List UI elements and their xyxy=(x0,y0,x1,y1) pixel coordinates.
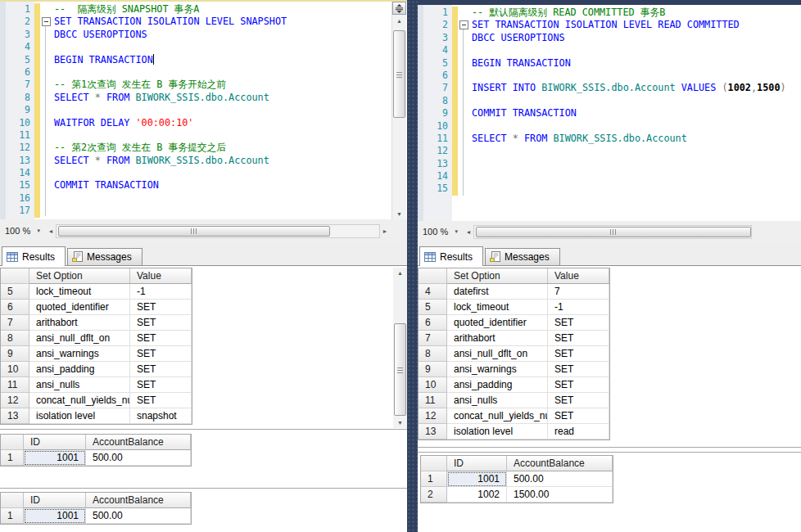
horizontal-scrollbar[interactable] xyxy=(473,225,752,239)
scroll-left-icon[interactable]: ◄ xyxy=(46,228,56,234)
column-header[interactable]: Set Option xyxy=(29,268,130,284)
fold-collapse-icon[interactable] xyxy=(459,20,468,29)
row-header[interactable]: 10 xyxy=(419,377,447,393)
scrollbar-track[interactable] xyxy=(393,278,407,417)
scrollbar-thumb[interactable] xyxy=(476,227,751,237)
row-header[interactable]: 5 xyxy=(1,284,29,300)
grid-cell[interactable]: 1001 xyxy=(24,508,86,524)
grid-cell[interactable]: ansi_nulls xyxy=(447,393,548,408)
row-header[interactable]: 12 xyxy=(419,408,447,424)
tab-results[interactable]: Results xyxy=(419,246,483,266)
tab-messages[interactable]: Messages xyxy=(67,248,143,265)
column-header[interactable]: Value xyxy=(548,268,609,284)
result-splitter[interactable] xyxy=(418,447,801,448)
column-header[interactable]: AccountBalance xyxy=(86,493,191,508)
row-header[interactable]: 12 xyxy=(1,393,29,408)
row-header[interactable]: 7 xyxy=(419,331,447,346)
row-header[interactable]: 1 xyxy=(421,471,447,487)
scroll-left-icon[interactable]: ◄ xyxy=(464,229,473,235)
sql-editor-b[interactable]: 123456789101112131415 -- 默认隔离级别 READ COM… xyxy=(418,5,801,221)
scroll-down-icon[interactable]: ▼ xyxy=(392,209,406,219)
grid-cell[interactable]: SET xyxy=(130,331,192,346)
row-header[interactable]: 1 xyxy=(1,508,24,524)
grid-cell[interactable]: arithabort xyxy=(29,315,130,331)
sql-editor-a[interactable]: 1234567891011121314151617 -- 隔离级别 SNAPSH… xyxy=(0,2,407,219)
grid-cell[interactable]: 1001 xyxy=(447,471,507,487)
grid-cell[interactable]: SET xyxy=(548,362,609,377)
grid-cell[interactable]: 1002 xyxy=(447,487,507,503)
grid-cell[interactable]: snapshot xyxy=(130,408,192,424)
horizontal-scrollbar[interactable] xyxy=(56,224,380,238)
grid-cell[interactable]: ansi_null_dflt_on xyxy=(29,331,130,346)
splitter-handle-icon[interactable] xyxy=(392,2,406,15)
column-header[interactable]: ID xyxy=(447,456,507,471)
grid-cell[interactable]: SET xyxy=(130,377,192,393)
code-area[interactable]: -- 默认隔离级别 READ COMMITTED 事务BSET TRANSACT… xyxy=(472,7,785,196)
row-header[interactable]: 13 xyxy=(419,424,447,440)
grid-cell[interactable]: lock_timeout xyxy=(29,284,130,300)
column-header[interactable]: AccountBalance xyxy=(507,456,613,471)
grid-cell[interactable]: 1001 xyxy=(24,450,86,466)
grid-cell[interactable]: 500.00 xyxy=(86,450,191,466)
grid-cell[interactable]: SET xyxy=(548,393,609,408)
grid-cell[interactable]: SET xyxy=(548,377,609,393)
row-header[interactable]: 7 xyxy=(1,315,29,331)
scroll-down-icon[interactable]: ▼ xyxy=(393,417,407,428)
scroll-up-icon[interactable]: ▲ xyxy=(393,268,407,278)
grid-cell[interactable]: SET xyxy=(548,315,609,331)
grid-cell[interactable]: SET xyxy=(548,408,609,424)
row-header[interactable]: 8 xyxy=(1,331,29,346)
row-header[interactable]: 9 xyxy=(419,362,447,377)
column-header[interactable]: ID xyxy=(24,493,86,508)
column-header[interactable]: Value xyxy=(130,268,192,284)
grid-cell[interactable]: SET xyxy=(130,315,192,331)
grid-cell[interactable]: 7 xyxy=(548,284,609,300)
grid-cell[interactable]: SET xyxy=(130,362,192,377)
grid-cell[interactable]: SET xyxy=(130,393,192,408)
row-header[interactable]: 1 xyxy=(1,450,24,466)
grid-cell[interactable]: concat_null_yields_null xyxy=(447,408,548,424)
grid-cell[interactable]: 500.00 xyxy=(86,508,191,524)
result-splitter[interactable] xyxy=(0,488,407,489)
corner-cell[interactable] xyxy=(419,268,447,284)
corner-cell[interactable] xyxy=(1,435,24,450)
grid-cell[interactable]: ansi_padding xyxy=(29,362,130,377)
window-divider[interactable] xyxy=(407,0,418,532)
grid-cell[interactable]: arithabort xyxy=(447,331,548,346)
editor-vertical-scrollbar[interactable]: ▲ ▼ xyxy=(391,2,406,219)
scrollbar-track[interactable] xyxy=(392,26,406,209)
tab-messages[interactable]: Messages xyxy=(485,248,560,265)
grid-cell[interactable]: -1 xyxy=(130,284,192,300)
row-header[interactable]: 4 xyxy=(419,284,447,300)
row-header[interactable]: 9 xyxy=(1,346,29,362)
scrollbar-thumb[interactable] xyxy=(394,323,406,416)
grid-cell[interactable]: quoted_identifier xyxy=(29,300,130,315)
row-header[interactable]: 10 xyxy=(1,362,29,377)
zoom-select[interactable]: 100 % ▼ xyxy=(418,227,464,237)
grid-cell[interactable]: 1500.00 xyxy=(507,487,613,503)
grid-cell[interactable]: SET xyxy=(130,346,192,362)
corner-cell[interactable] xyxy=(1,493,24,508)
scroll-up-icon[interactable]: ▲ xyxy=(392,16,406,26)
grid-cell[interactable]: read committed xyxy=(548,424,609,440)
row-header[interactable]: 6 xyxy=(1,300,29,315)
row-header[interactable]: 6 xyxy=(419,315,447,331)
scroll-right-icon[interactable]: ► xyxy=(380,228,390,234)
row-header[interactable]: 11 xyxy=(1,377,29,393)
row-header[interactable]: 11 xyxy=(419,393,447,408)
scrollbar-thumb[interactable] xyxy=(58,226,330,237)
grid-cell[interactable]: lock_timeout xyxy=(447,300,548,315)
row-header[interactable]: 5 xyxy=(419,300,447,315)
grid-cell[interactable]: SET xyxy=(548,346,609,362)
grid-cell[interactable]: 500.00 xyxy=(507,471,613,487)
result-splitter[interactable] xyxy=(0,429,407,430)
column-header[interactable]: AccountBalance xyxy=(86,435,191,450)
grid-cell[interactable]: SET xyxy=(130,300,192,315)
grid-cell[interactable]: isolation level xyxy=(29,408,130,424)
code-area[interactable]: -- 隔离级别 SNAPSHOT 事务ASET TRANSACTION ISOL… xyxy=(54,3,391,218)
column-header[interactable]: ID xyxy=(24,435,86,450)
grid-cell[interactable]: ansi_warnings xyxy=(447,362,548,377)
results-vertical-scrollbar[interactable]: ▲ ▼ xyxy=(393,268,407,428)
grid-cell[interactable]: isolation level xyxy=(447,424,548,440)
grid-cell[interactable]: ansi_nulls xyxy=(29,377,130,393)
